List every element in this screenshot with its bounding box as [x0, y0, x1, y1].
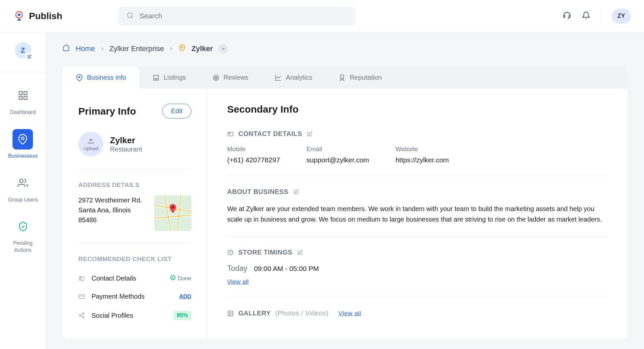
header-right: ZY: [563, 9, 631, 24]
svg-point-10: [181, 46, 183, 48]
home-icon[interactable]: [63, 44, 70, 53]
breadcrumb-home[interactable]: Home: [76, 44, 95, 53]
checklist-add-link[interactable]: ADD: [179, 293, 191, 300]
edit-icon[interactable]: [293, 189, 299, 195]
search-icon: [126, 12, 134, 21]
checklist-label: Payment Methods: [92, 293, 174, 300]
logo[interactable]: Publish: [13, 10, 62, 22]
checklist-label: Social Profiles: [92, 312, 168, 319]
about-heading: ABOUT BUSINESS: [227, 188, 288, 196]
sidebar-divider: [0, 72, 46, 72]
checklist-heading: RECOMMENDED CHECK LIST: [78, 255, 191, 263]
svg-point-2: [127, 13, 132, 17]
sidebar-item-businesses[interactable]: Businessess: [8, 129, 38, 160]
upload-logo-button[interactable]: Upload: [78, 132, 103, 157]
app-name: Publish: [29, 11, 62, 21]
image-icon: [227, 310, 234, 317]
breadcrumb-dropdown[interactable]: [219, 44, 228, 53]
checklist-percent-badge: 85%: [174, 311, 191, 320]
contact-card-icon: [227, 131, 234, 137]
about-text: We at Zylker are your extended team memb…: [227, 203, 608, 225]
website-value: https://zylker.com: [395, 156, 449, 164]
address-line1: 2972 Westheimer Rd.: [78, 195, 147, 205]
tab-reputation[interactable]: Reputation: [325, 67, 395, 89]
breadcrumb-org[interactable]: Zylker Enterprise: [109, 44, 164, 53]
svg-rect-21: [79, 295, 85, 299]
view-all-timings-link[interactable]: View all: [227, 278, 249, 285]
view-all-gallery-link[interactable]: View all: [338, 310, 361, 317]
svg-point-9: [20, 179, 23, 183]
check-circle-icon: [170, 275, 176, 282]
contact-mobile: Mobile (+61) 420778297: [227, 146, 280, 164]
user-avatar[interactable]: ZY: [612, 9, 631, 24]
tab-label: Listings: [164, 74, 186, 81]
sidebar-item-dashboard[interactable]: Dashboard: [10, 85, 36, 116]
sidebar-label: Dashboard: [10, 109, 36, 116]
tab-label: Business info: [87, 74, 126, 81]
checklist-label: Contact Details: [92, 275, 165, 282]
sidebar-label: Businessess: [8, 153, 38, 160]
chevron-right-icon: ›: [101, 44, 103, 53]
notifications-icon[interactable]: [582, 11, 590, 21]
tab-label: Analytics: [286, 74, 312, 81]
edit-org-icon[interactable]: [25, 53, 33, 61]
secondary-info-panel: Secondary Info CONTACT DETAILS Mobile (+…: [207, 89, 628, 339]
search-box[interactable]: [118, 7, 355, 25]
mobile-value: (+61) 420778297: [227, 156, 280, 164]
credit-card-icon: [78, 293, 86, 300]
svg-point-29: [229, 133, 230, 134]
header-divider: [601, 10, 601, 23]
sidebar: Z Dashboard Businessess Group Users Pend…: [0, 32, 46, 349]
svg-point-17: [172, 206, 174, 208]
svg-point-11: [79, 76, 80, 78]
timings-section: STORE TIMINGS Today 09:00 AM - 05:00 PM …: [227, 249, 608, 298]
tab-business-info[interactable]: Business info: [63, 67, 139, 89]
checklist-item-social: Social Profiles 85%: [78, 306, 191, 325]
gallery-heading: GALLERY: [238, 309, 271, 317]
map-thumbnail[interactable]: [154, 195, 191, 231]
svg-point-24: [79, 315, 81, 316]
store-icon: [152, 74, 160, 81]
address-line2: Santa Ana, Illinois 85486: [78, 205, 147, 225]
tab-reviews[interactable]: Reviews: [199, 67, 262, 89]
sidebar-label: Pending Actions: [13, 240, 33, 254]
svg-rect-6: [19, 96, 22, 99]
svg-point-19: [80, 277, 81, 278]
svg-rect-4: [19, 92, 22, 94]
checklist-status-done: Done: [170, 275, 191, 282]
sidebar-item-pending-actions[interactable]: Pending Actions: [13, 216, 33, 254]
business-type: Restaurant: [110, 146, 142, 153]
edit-button[interactable]: Edit: [162, 104, 191, 119]
chart-line-icon: [275, 74, 282, 81]
timings-heading: STORE TIMINGS: [238, 249, 292, 256]
chevron-right-icon: ›: [170, 44, 172, 53]
tab-listings[interactable]: Listings: [139, 67, 199, 89]
pending-shield-icon: [13, 216, 33, 237]
gallery-section: GALLERY (Photos / Videos) View all: [227, 309, 608, 317]
breadcrumb: Home › Zylker Enterprise › Zylker: [63, 44, 628, 53]
contact-details-section: CONTACT DETAILS Mobile (+61) 420778297 E…: [227, 130, 608, 176]
checklist-item-payment: Payment Methods ADD: [78, 287, 191, 306]
contact-email: Email support@zylker.com: [307, 146, 369, 164]
address-text: 2972 Westheimer Rd. Santa Ana, Illinois …: [78, 195, 147, 231]
business-name: Zylker: [110, 135, 142, 146]
edit-icon[interactable]: [307, 131, 312, 137]
svg-point-23: [83, 313, 84, 314]
svg-point-32: [229, 312, 230, 313]
tab-label: Reviews: [224, 74, 249, 81]
sidebar-item-group-users[interactable]: Group Users: [8, 173, 38, 203]
svg-rect-5: [24, 92, 27, 94]
tab-analytics[interactable]: Analytics: [261, 67, 325, 89]
edit-icon[interactable]: [297, 250, 303, 255]
about-section: ABOUT BUSINESS We at Zylker are your ext…: [227, 188, 608, 237]
main-content: Home › Zylker Enterprise › Zylker Busine…: [46, 32, 644, 349]
svg-rect-7: [24, 96, 27, 99]
email-label: Email: [307, 146, 369, 153]
svg-rect-28: [228, 132, 233, 136]
email-value: support@zylker.com: [307, 156, 369, 164]
svg-line-26: [81, 314, 83, 315]
search-input[interactable]: [139, 12, 347, 20]
publish-logo-icon: [13, 10, 25, 22]
support-icon[interactable]: [563, 11, 571, 21]
sidebar-avatar[interactable]: Z: [15, 42, 31, 59]
